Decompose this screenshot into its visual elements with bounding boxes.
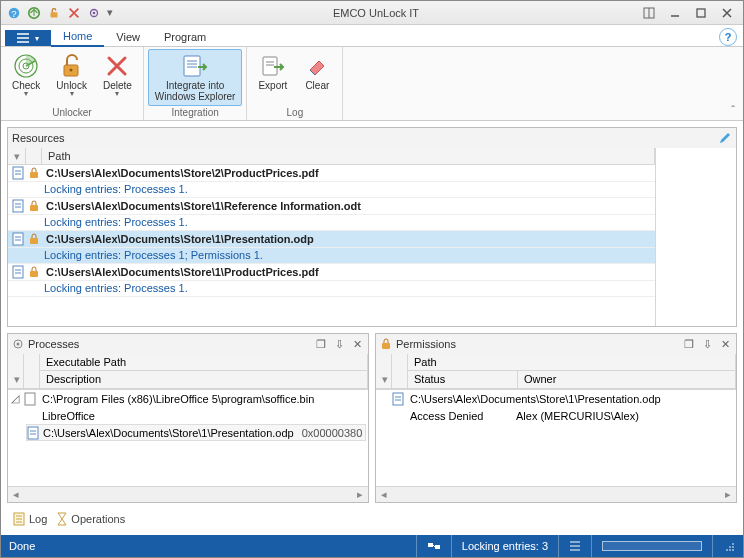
unlock-button[interactable]: Unlock▾ bbox=[49, 49, 94, 106]
resource-path: C:\Users\Alex\Documents\Store\1\Referenc… bbox=[42, 200, 361, 212]
window-icon[interactable]: ❐ bbox=[682, 337, 696, 351]
perm-path: C:\Users\Alex\Documents\Store\1\Presenta… bbox=[406, 393, 661, 405]
resource-path: C:\Users\Alex\Documents\Store\1\Presenta… bbox=[42, 233, 314, 245]
pin-icon[interactable]: ⇩ bbox=[332, 337, 346, 351]
tab-log[interactable]: Log bbox=[13, 512, 47, 526]
pin-icon[interactable]: ⇩ bbox=[700, 337, 714, 351]
layout-options-button[interactable] bbox=[637, 3, 661, 23]
resources-grid-body[interactable]: C:\Users\Alex\Documents\Store\2\ProductP… bbox=[8, 165, 655, 326]
export-button[interactable]: Export bbox=[251, 49, 294, 106]
check-button[interactable]: Check▾ bbox=[5, 49, 47, 106]
tab-program[interactable]: Program bbox=[152, 28, 218, 46]
status-done: Done bbox=[9, 540, 35, 552]
svg-rect-43 bbox=[25, 393, 35, 405]
edit-icon[interactable] bbox=[718, 131, 732, 145]
log-icon bbox=[13, 512, 25, 526]
perm-status: Access Denied bbox=[406, 410, 516, 422]
hscrollbar[interactable]: ◂▸ bbox=[376, 486, 736, 502]
resource-row[interactable]: C:\Users\Alex\Documents\Store\1\Referenc… bbox=[8, 198, 655, 215]
tab-operations[interactable]: Operations bbox=[57, 512, 125, 526]
handle-id: 0x00000380 bbox=[294, 427, 368, 439]
status-list-icon[interactable] bbox=[558, 535, 591, 557]
resource-detail: Locking entries: Processes 1. bbox=[8, 182, 655, 198]
svg-rect-29 bbox=[13, 200, 23, 212]
svg-rect-3 bbox=[51, 12, 58, 17]
svg-rect-36 bbox=[30, 238, 38, 244]
resource-detail: Locking entries: Processes 1. bbox=[8, 215, 655, 231]
resource-path: C:\Users\Alex\Documents\Store\2\ProductP… bbox=[42, 167, 319, 179]
hscrollbar[interactable]: ◂▸ bbox=[8, 486, 368, 502]
ribbon-tabstrip: ▾ Home View Program ? bbox=[1, 25, 743, 47]
collapse-toggle[interactable]: ◿ bbox=[8, 392, 22, 405]
help-button[interactable]: ? bbox=[719, 28, 737, 46]
file-tab[interactable]: ▾ bbox=[5, 30, 51, 46]
qat-delete-icon[interactable] bbox=[65, 4, 83, 22]
svg-rect-55 bbox=[428, 543, 433, 547]
permissions-grid-body[interactable]: C:\Users\Alex\Documents\Store\1\Presenta… bbox=[376, 390, 736, 486]
svg-point-64 bbox=[726, 549, 728, 551]
col-perm-status[interactable]: Status bbox=[408, 371, 518, 389]
resize-grip[interactable] bbox=[712, 535, 735, 557]
tab-home[interactable]: Home bbox=[51, 27, 104, 47]
ribbon-group-log: Export Clear Log bbox=[247, 47, 343, 120]
window-title: EMCO UnLock IT bbox=[119, 7, 633, 19]
col-perm-owner[interactable]: Owner bbox=[518, 371, 736, 389]
tab-view[interactable]: View bbox=[104, 28, 152, 46]
svg-text:?: ? bbox=[11, 7, 16, 18]
qat-unlock-icon[interactable] bbox=[45, 4, 63, 22]
resource-path: C:\Users\Alex\Documents\Store\1\ProductP… bbox=[42, 266, 319, 278]
permissions-panel: Permissions ❐ ⇩ ✕ Path ▾ Status Owner bbox=[375, 333, 737, 503]
integrate-explorer-button[interactable]: Integrate into Windows Explorer bbox=[148, 49, 243, 106]
file-icon bbox=[390, 392, 406, 406]
clear-button[interactable]: Clear bbox=[296, 49, 338, 106]
quick-access-toolbar: ? ▾ bbox=[1, 4, 119, 22]
resources-grid-header: ▾ Path bbox=[8, 148, 655, 165]
lock-icon bbox=[380, 338, 392, 350]
status-network-icon[interactable] bbox=[416, 535, 451, 557]
qat-settings-icon[interactable] bbox=[85, 4, 103, 22]
progress-bar bbox=[602, 541, 702, 551]
col-perm-path[interactable]: Path bbox=[408, 354, 736, 371]
lock-icon bbox=[26, 200, 42, 212]
qat-help-icon[interactable]: ? bbox=[5, 4, 23, 22]
svg-rect-56 bbox=[435, 545, 440, 549]
close-icon[interactable]: ✕ bbox=[350, 337, 364, 351]
resources-title: Resources bbox=[12, 132, 65, 144]
svg-rect-9 bbox=[697, 9, 705, 17]
col-desc[interactable]: Description bbox=[40, 371, 368, 389]
svg-rect-25 bbox=[13, 167, 23, 179]
row-options-button[interactable]: ▾ bbox=[8, 148, 26, 164]
svg-point-65 bbox=[729, 549, 731, 551]
status-locking: Locking entries: 3 bbox=[451, 535, 558, 557]
lock-icon bbox=[26, 233, 42, 245]
svg-point-61 bbox=[732, 543, 734, 545]
file-icon bbox=[10, 199, 26, 213]
resource-row[interactable]: C:\Users\Alex\Documents\Store\1\ProductP… bbox=[8, 264, 655, 281]
maximize-button[interactable] bbox=[689, 3, 713, 23]
svg-point-42 bbox=[17, 343, 20, 346]
window-icon[interactable]: ❐ bbox=[314, 337, 328, 351]
svg-rect-28 bbox=[30, 172, 38, 178]
resource-row[interactable]: C:\Users\Alex\Documents\Store\2\ProductP… bbox=[8, 165, 655, 182]
close-icon[interactable]: ✕ bbox=[718, 337, 732, 351]
title-bar: ? ▾ EMCO UnLock IT bbox=[1, 1, 743, 25]
svg-rect-33 bbox=[13, 233, 23, 245]
radar-icon bbox=[13, 52, 39, 80]
col-execpath[interactable]: Executable Path bbox=[40, 354, 368, 371]
col-path[interactable]: Path bbox=[42, 148, 655, 164]
resource-row[interactable]: C:\Users\Alex\Documents\Store\1\Presenta… bbox=[8, 231, 655, 248]
svg-line-57 bbox=[433, 545, 435, 547]
hourglass-icon bbox=[57, 512, 67, 526]
processes-title: Processes bbox=[28, 338, 79, 350]
processes-grid-body[interactable]: ◿ C:\Program Files (x86)\LibreOffice 5\p… bbox=[8, 390, 368, 486]
ribbon: Check▾ Unlock▾ Delete▾ Unlocker Integrat… bbox=[1, 47, 743, 121]
qat-check-icon[interactable] bbox=[25, 4, 43, 22]
qat-customize-dropdown[interactable]: ▾ bbox=[105, 4, 115, 22]
perm-owner: Alex (MERCURIUS\Alex) bbox=[516, 410, 639, 422]
delete-button[interactable]: Delete▾ bbox=[96, 49, 139, 106]
close-button[interactable] bbox=[715, 3, 739, 23]
resource-detail: Locking entries: Processes 1. bbox=[8, 281, 655, 297]
collapse-ribbon-button[interactable]: ˆ bbox=[723, 100, 743, 120]
eraser-icon bbox=[305, 52, 329, 80]
minimize-button[interactable] bbox=[663, 3, 687, 23]
